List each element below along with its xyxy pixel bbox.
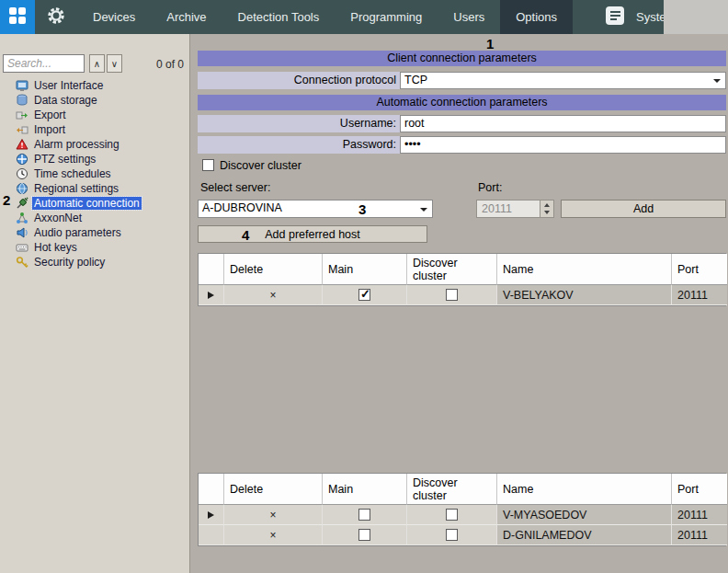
column-header-selector[interactable] <box>199 254 224 285</box>
discover-cluster-checkbox[interactable] <box>446 289 458 301</box>
password-field[interactable]: •••• <box>400 136 726 154</box>
monitor-icon <box>16 79 28 92</box>
tab-devices[interactable]: Devices <box>77 0 151 34</box>
tab-users[interactable]: Users <box>438 0 500 34</box>
main-cell[interactable] <box>323 505 407 525</box>
discover-cluster-checkbox[interactable] <box>202 159 214 171</box>
delete-x-icon: × <box>269 509 276 521</box>
port-cell: 20111 <box>672 525 727 545</box>
sidebar-item-alarm-processing[interactable]: Alarm processing <box>0 137 190 152</box>
globe-icon <box>16 182 28 195</box>
sidebar-item-import[interactable]: Import <box>0 122 190 137</box>
table-row[interactable]: × V-BELYAKOV 20111 <box>199 285 725 305</box>
connection-protocol-select[interactable]: TCP <box>400 72 726 89</box>
select-server-dropdown[interactable]: A-DUBROVINA <box>198 200 433 218</box>
sidebar-item-time-schedules[interactable]: Time schedules <box>0 166 190 181</box>
sidebar-item-automatic-connection[interactable]: Automatic connection <box>0 196 190 211</box>
password-label: Password: <box>198 136 396 154</box>
annotation-4: 4 <box>242 227 249 243</box>
delete-cell[interactable]: × <box>224 505 323 525</box>
chevron-down-icon <box>713 79 721 83</box>
column-header-name[interactable]: Name <box>497 254 672 285</box>
search-input[interactable] <box>3 54 85 73</box>
row-selector-icon <box>208 511 218 519</box>
spin-down-button[interactable] <box>540 209 553 217</box>
sidebar-item-label: Data storage <box>32 94 99 107</box>
tab-options[interactable]: Options <box>500 0 573 34</box>
username-field[interactable]: root <box>400 115 726 132</box>
row-selector-cell[interactable] <box>199 525 224 545</box>
column-header-main[interactable]: Main <box>323 254 407 285</box>
sidebar-item-user-interface[interactable]: User Interface <box>0 78 190 93</box>
sidebar-item-ptz-settings[interactable]: PTZ settings <box>0 152 190 166</box>
main-cell[interactable] <box>323 285 407 305</box>
main-cell[interactable] <box>323 525 407 545</box>
column-header-delete[interactable]: Delete <box>224 254 323 285</box>
export-arrow-icon <box>16 109 28 121</box>
discover-cluster-cell[interactable] <box>407 505 497 525</box>
sidebar-search-row: ∧ ∨ 0 of 0 <box>0 54 190 73</box>
sidebar-item-data-storage[interactable]: Data storage <box>0 93 190 108</box>
column-header-main[interactable]: Main <box>323 474 407 505</box>
username-label: Username: <box>198 115 396 132</box>
sidebar-item-label: Automatic connection <box>32 197 142 210</box>
sidebar-item-export[interactable]: Export <box>0 108 190 122</box>
spin-up-button[interactable] <box>540 201 553 209</box>
previous-match-button[interactable]: ∧ <box>89 54 105 73</box>
sidebar-item-axxonnet[interactable]: AxxonNet <box>0 211 190 225</box>
sidebar-item-hot-keys[interactable]: Hot keys <box>0 240 190 255</box>
discover-cluster-cell[interactable] <box>407 285 497 305</box>
delete-cell[interactable]: × <box>224 285 323 305</box>
chevron-down-icon: ∨ <box>111 59 118 69</box>
column-header-delete[interactable]: Delete <box>224 474 323 505</box>
main-checkbox[interactable] <box>358 509 370 521</box>
row-selector-cell[interactable] <box>199 285 224 305</box>
sidebar-item-label: Alarm processing <box>32 138 121 151</box>
column-header-selector[interactable] <box>199 474 224 505</box>
alarm-icon <box>16 138 28 151</box>
sidebar-item-regional-settings[interactable]: Regional settings <box>0 181 190 196</box>
next-match-button[interactable]: ∨ <box>107 54 122 73</box>
sidebar-item-label: Hot keys <box>32 241 79 254</box>
add-button[interactable]: Add <box>561 200 726 218</box>
sidebar-item-audio-parameters[interactable]: Audio parameters <box>0 225 190 240</box>
servers-table: Delete Main Discover cluster Name Port ×… <box>198 473 726 546</box>
connection-protocol-label: Connection protocol <box>198 72 396 89</box>
sidebar-item-security-policy[interactable]: Security policy <box>0 255 190 269</box>
main-checkbox[interactable] <box>358 529 370 541</box>
automatic-connection-section-header: Automatic connection parameters <box>198 95 726 110</box>
column-header-port[interactable]: Port <box>672 474 727 505</box>
tab-programming[interactable]: Programming <box>335 0 438 34</box>
connection-plug-icon <box>16 197 28 210</box>
top-toolbar: Devices Archive Detection Tools Programm… <box>0 0 728 34</box>
sidebar-item-label: Regional settings <box>32 182 120 195</box>
port-spinner[interactable]: 20111 <box>476 200 554 218</box>
client-connection-section-header: Client connection parameters <box>198 51 726 66</box>
password-row: Password: •••• <box>198 136 726 154</box>
add-preferred-host-button[interactable]: Add preferred host <box>198 225 427 243</box>
column-header-discover-cluster[interactable]: Discover cluster <box>407 474 497 505</box>
select-server-label: Select server: <box>200 181 270 194</box>
table-row[interactable]: × V-MYASOEDOV 20111 <box>199 505 725 525</box>
system-log-icon <box>604 5 626 29</box>
tab-detection-tools[interactable]: Detection Tools <box>222 0 336 34</box>
settings-gear-button[interactable] <box>35 0 77 34</box>
discover-cluster-cell[interactable] <box>407 525 497 545</box>
delete-cell[interactable]: × <box>224 525 323 545</box>
column-header-discover-cluster[interactable]: Discover cluster <box>407 254 497 285</box>
keyboard-icon <box>16 241 28 254</box>
tab-archive[interactable]: Archive <box>151 0 222 34</box>
discover-cluster-checkbox[interactable] <box>446 529 458 541</box>
apps-grid-button[interactable] <box>0 0 35 34</box>
chevron-up-icon: ∧ <box>94 59 100 69</box>
column-header-name[interactable]: Name <box>497 474 672 505</box>
column-header-port[interactable]: Port <box>672 254 727 285</box>
discover-cluster-checkbox[interactable] <box>446 509 458 521</box>
table-row[interactable]: × D-GNILAMEDOV 20111 <box>199 525 725 545</box>
key-icon <box>16 256 28 269</box>
clock-icon <box>16 167 28 180</box>
import-arrow-icon <box>16 123 28 136</box>
row-selector-cell[interactable] <box>199 505 224 525</box>
connection-settings-panel: Client connection parameters Connection … <box>191 34 728 573</box>
main-checkbox[interactable] <box>358 289 370 301</box>
